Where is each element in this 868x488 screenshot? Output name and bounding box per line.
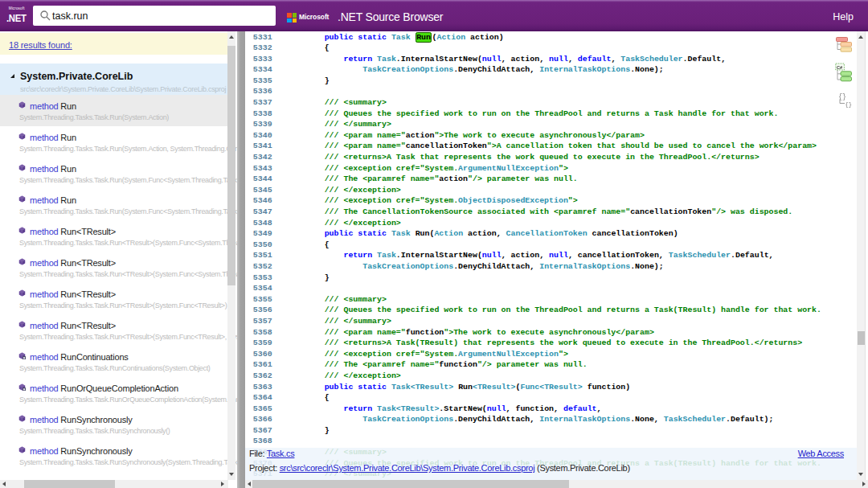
svg-text:{}: {} xyxy=(838,93,846,101)
svg-text:C#: C# xyxy=(837,65,843,70)
svg-text:{}: {} xyxy=(845,101,852,108)
